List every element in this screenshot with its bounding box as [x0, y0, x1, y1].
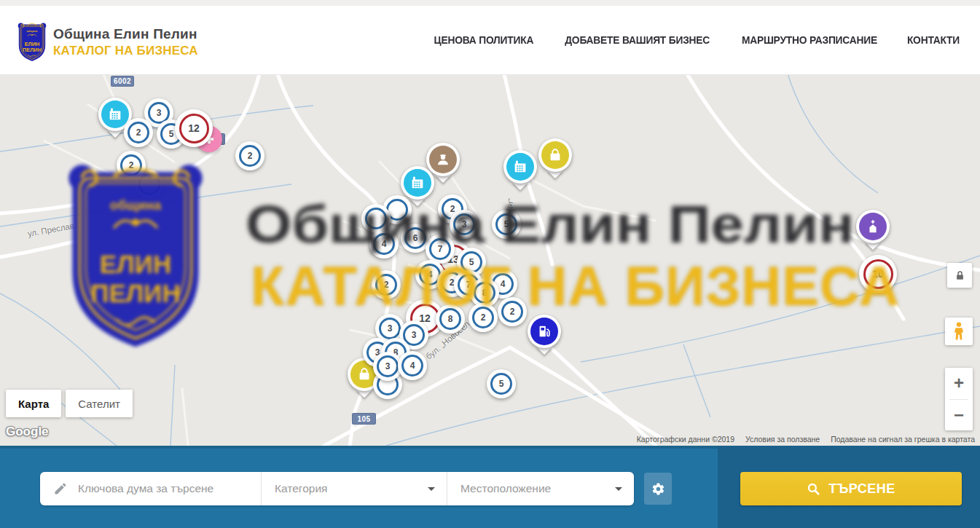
zoom-in-button[interactable]: +: [945, 368, 973, 399]
site-subtitle: КАТАЛОГ НА БИЗНЕСА: [53, 44, 198, 58]
search-icon: [807, 482, 820, 496]
pegman-button[interactable]: [945, 318, 973, 345]
pegman-icon: [952, 322, 965, 341]
chevron-down-icon: [615, 487, 622, 491]
nav-item-2[interactable]: МАРШРУТНО РАЗПИСАНИЕ: [742, 34, 877, 46]
worker-icon: [435, 151, 451, 168]
nav-item-0[interactable]: ЦЕНОВА ПОЛИТИКА: [434, 34, 534, 46]
zoom-control: + −: [945, 368, 973, 430]
category-dropdown[interactable]: Категория: [261, 472, 447, 505]
factory-icon: [512, 159, 528, 175]
padlock-icon: [954, 270, 965, 281]
search-bar: Категория Местоположение ТЪРСЕНЕ: [0, 446, 980, 528]
bag-icon: [356, 366, 372, 382]
church-icon: [865, 218, 881, 235]
svg-text:ЕЛИН: ЕЛИН: [25, 41, 40, 47]
map-type-map-button[interactable]: Карта: [6, 390, 61, 417]
attribution-link[interactable]: Условия за ползване: [745, 435, 820, 444]
keyword-section[interactable]: [40, 472, 261, 505]
search-submit-label: ТЪРСЕНЕ: [828, 481, 895, 497]
watermark-subtitle: КАТАЛОГ НА БИЗНЕСА: [251, 259, 900, 314]
municipality-logo-icon: община ЕЛИН ПЕЛИН: [17, 22, 47, 63]
chevron-down-icon: [428, 487, 435, 491]
fuel-icon: [536, 323, 552, 339]
map-type-satellite-button[interactable]: Сателит: [66, 390, 133, 417]
cluster-marker[interactable]: 10: [859, 255, 897, 293]
cluster-marker[interactable]: 4: [369, 229, 399, 259]
cluster-marker[interactable]: 2: [372, 270, 401, 299]
attribution-text: Картографски данни ©2019: [637, 435, 734, 444]
cluster-marker[interactable]: 3: [450, 210, 479, 239]
svg-text:община: община: [27, 30, 39, 33]
watermark-title: Община Елин Пелин: [246, 197, 855, 251]
pin-marker-factory[interactable]: [401, 166, 434, 200]
cluster-marker[interactable]: 5: [492, 210, 521, 239]
lock-button[interactable]: [947, 263, 972, 288]
search-fields: Категория Местоположение: [40, 472, 634, 505]
road-badge: 105: [352, 413, 376, 425]
cluster-marker[interactable]: 2: [235, 141, 264, 170]
pin-part: [101, 101, 129, 128]
brand-text: Община Елин Пелин КАТАЛОГ НА БИЗНЕСА: [53, 26, 198, 58]
map-attribution: Картографски данни ©2019Условия за ползв…: [637, 435, 975, 444]
pencil-icon: [53, 481, 68, 496]
map-canvas[interactable]: ул. Преславбул. „Новоселци“ 6002105 3251…: [0, 75, 980, 446]
zoom-out-button[interactable]: −: [945, 400, 973, 431]
cluster-marker[interactable]: 12: [175, 109, 213, 147]
location-dropdown[interactable]: Местоположение: [447, 472, 634, 505]
advanced-settings-button[interactable]: [644, 473, 672, 505]
keyword-input[interactable]: [77, 481, 237, 496]
site-brand[interactable]: община ЕЛИН ПЕЛИН Община Елин Пелин КАТА…: [17, 22, 198, 63]
map-type-control: Карта Сателит: [6, 390, 133, 417]
gear-icon: [651, 482, 665, 496]
factory-icon: [107, 106, 123, 122]
street-label: ул. Преслав: [27, 221, 75, 238]
pin-marker-church[interactable]: [856, 210, 890, 243]
category-dropdown-label: Категория: [275, 482, 327, 495]
pin-marker-factory[interactable]: [503, 150, 537, 184]
window-top-strip: [0, 0, 980, 6]
pin-part: [404, 169, 431, 197]
nav-item-3[interactable]: КОНТАКТИ: [907, 34, 960, 46]
svg-text:ЕЛИН: ЕЛИН: [100, 250, 171, 278]
header: община ЕЛИН ПЕЛИН Община Елин Пелин КАТА…: [0, 6, 980, 75]
bag-icon: [547, 147, 563, 163]
google-logo[interactable]: Google: [6, 425, 49, 439]
cluster-marker[interactable]: 4: [398, 351, 427, 380]
svg-text:община: община: [110, 197, 162, 213]
main-nav: ЦЕНОВА ПОЛИТИКАДОБАВЕТЕ ВАШИЯТ БИЗНЕСМАР…: [407, 6, 961, 74]
cluster-marker[interactable]: 2: [498, 297, 527, 326]
factory-icon: [409, 175, 426, 191]
pin-part: [859, 213, 887, 240]
nav-item-1[interactable]: ДОБАВЕТЕ ВАШИЯТ БИЗНЕС: [565, 34, 710, 46]
site-title: Община Елин Пелин: [53, 26, 198, 42]
cluster-marker[interactable]: 2: [124, 118, 153, 147]
pin-part: [541, 141, 569, 169]
pin-marker-fuel[interactable]: [528, 315, 561, 348]
cluster-marker[interactable]: 2: [469, 303, 498, 332]
svg-text:ПЕЛИН: ПЕЛИН: [23, 47, 42, 53]
search-submit-button[interactable]: ТЪРСЕНЕ: [740, 472, 962, 505]
pin-part: [530, 318, 558, 345]
pin-part: [506, 153, 534, 181]
cluster-marker[interactable]: 2: [117, 151, 146, 180]
cluster-marker[interactable]: 5: [487, 369, 516, 398]
page: община ЕЛИН ПЕЛИН Община Елин Пелин КАТА…: [0, 0, 980, 528]
attribution-link[interactable]: Подаване на сигнал за грешка в картата: [831, 435, 975, 444]
cluster-marker[interactable]: 8: [436, 304, 465, 334]
svg-text:ПЕЛИН: ПЕЛИН: [90, 279, 181, 307]
road-badge: 6002: [111, 76, 134, 87]
cluster-marker[interactable]: 7: [426, 235, 455, 264]
cluster-marker[interactable]: [361, 204, 391, 233]
location-dropdown-label: Местоположение: [460, 482, 551, 495]
pin-marker-bag[interactable]: [538, 138, 572, 172]
